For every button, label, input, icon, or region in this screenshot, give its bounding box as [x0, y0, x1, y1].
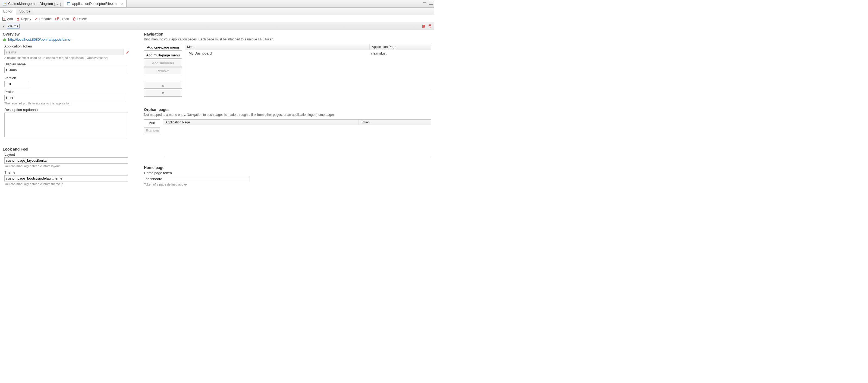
- diagram-icon: [3, 2, 6, 6]
- theme-hint: You can manually enter a custom theme id: [4, 182, 133, 185]
- version-label: Version: [4, 76, 133, 80]
- window-controls: [423, 1, 433, 5]
- xml-file-icon: [67, 2, 71, 5]
- overview-heading: Overview: [3, 32, 133, 36]
- svg-point-1: [3, 3, 5, 4]
- deploy-icon: [16, 17, 20, 21]
- theme-label: Theme: [4, 170, 133, 174]
- orphan-desc: Not mapped to a menu entry. Navigation t…: [144, 113, 431, 117]
- nav-row-page: claimsList: [370, 51, 431, 56]
- deploy-button[interactable]: Deploy: [16, 17, 31, 21]
- orphan-table[interactable]: Application Page Token: [163, 119, 431, 157]
- editor-tabbar: ClaimsManagementDiagram (1.1) applicatio…: [0, 0, 434, 8]
- home-token-label: Home page token: [144, 171, 431, 175]
- layout-hint: You can manually enter a custom layout: [4, 164, 133, 168]
- remove-menu-button: Remove: [144, 68, 182, 74]
- add-label: Add: [7, 17, 13, 21]
- nav-heading: Navigation: [144, 32, 431, 36]
- orphan-add-button[interactable]: Add: [144, 119, 160, 126]
- table-row[interactable]: My Dashboard claimsList: [185, 50, 431, 57]
- subtab-bar: Editor Source: [0, 8, 434, 15]
- home-token-input[interactable]: [144, 176, 250, 182]
- twisty-icon[interactable]: ▼: [2, 25, 5, 28]
- tab-descriptor[interactable]: applicationDescriptorFile.xml ✕: [64, 0, 127, 7]
- close-icon[interactable]: ✕: [121, 2, 124, 6]
- rename-icon: [34, 17, 38, 21]
- orphan-col-page: Application Page: [163, 119, 359, 125]
- home-icon: [3, 38, 6, 41]
- layout-input[interactable]: [4, 157, 128, 164]
- app-header: ▼ claims: [0, 23, 434, 30]
- layout-label: Layout: [4, 152, 133, 156]
- export-icon: [55, 17, 59, 21]
- svg-rect-9: [422, 25, 425, 28]
- svg-rect-6: [17, 20, 19, 21]
- home-token-hint: Token of a page defined above: [144, 183, 431, 186]
- nav-col-page: Application Page: [370, 44, 431, 49]
- home-heading: Home page: [144, 166, 431, 170]
- add-icon: [2, 17, 6, 21]
- minimize-icon[interactable]: [423, 1, 426, 3]
- toolbar: Add Deploy Rename Export Delete: [0, 15, 434, 23]
- trash-icon[interactable]: [428, 25, 432, 28]
- display-name-input[interactable]: [4, 67, 128, 73]
- token-input: [4, 49, 124, 55]
- token-hint: A unique identifier used as url endpoint…: [4, 56, 133, 60]
- maximize-icon[interactable]: [429, 1, 433, 5]
- copy-icon[interactable]: [422, 25, 426, 28]
- delete-label: Delete: [78, 17, 87, 21]
- add-button[interactable]: Add: [2, 17, 13, 21]
- rename-label: Rename: [39, 17, 52, 21]
- orphan-col-token: Token: [359, 119, 431, 125]
- subtab-source[interactable]: Source: [16, 8, 34, 15]
- edit-token-icon[interactable]: [125, 50, 129, 54]
- tab-diagram[interactable]: ClaimsManagementDiagram (1.1): [0, 0, 64, 7]
- profile-input[interactable]: [4, 95, 125, 101]
- nav-desc: Bind menu to your application pages. Eac…: [144, 37, 431, 41]
- nav-row-menu: My Dashboard: [185, 51, 370, 56]
- display-name-label: Display name: [4, 62, 133, 66]
- token-label: Application Token: [4, 44, 133, 48]
- add-submenu-button: Add submenu: [144, 60, 182, 66]
- nav-col-menu: Menu: [185, 44, 370, 49]
- rename-button[interactable]: Rename: [34, 17, 52, 21]
- orphan-heading: Orphan pages: [144, 107, 431, 112]
- svg-point-2: [5, 3, 6, 4]
- export-label: Export: [60, 17, 69, 21]
- tab-diagram-label: ClaimsManagementDiagram (1.1): [8, 2, 61, 6]
- profile-label: Profile: [4, 90, 133, 94]
- move-down-button: ▼: [144, 90, 182, 97]
- nav-table[interactable]: Menu Application Page My Dashboard claim…: [185, 44, 431, 90]
- deploy-label: Deploy: [21, 17, 31, 21]
- lookfeel-heading: Look and Feel: [3, 147, 133, 151]
- version-input[interactable]: [4, 81, 30, 87]
- svg-rect-7: [55, 18, 58, 20]
- description-input[interactable]: [4, 112, 128, 137]
- theme-input[interactable]: [4, 175, 128, 181]
- orphan-remove-button: Remove: [144, 127, 160, 134]
- description-label: Description (optional): [4, 108, 133, 112]
- move-up-button: ▲: [144, 82, 182, 89]
- subtab-editor[interactable]: Editor: [0, 8, 16, 15]
- profile-hint: The required profile to access to this a…: [4, 102, 133, 105]
- add-multi-page-menu-button[interactable]: Add multi-page menu: [144, 52, 182, 59]
- tab-descriptor-label: applicationDescriptorFile.xml: [72, 2, 117, 6]
- delete-icon: [72, 17, 76, 21]
- app-title: claims: [7, 24, 20, 29]
- svg-rect-4: [67, 2, 70, 3]
- app-url-link[interactable]: http://localhost:8080/bonita/apps/claims: [8, 37, 70, 41]
- add-one-page-menu-button[interactable]: Add one-page menu: [144, 44, 182, 51]
- export-button[interactable]: Export: [55, 17, 69, 21]
- delete-button[interactable]: Delete: [72, 17, 87, 21]
